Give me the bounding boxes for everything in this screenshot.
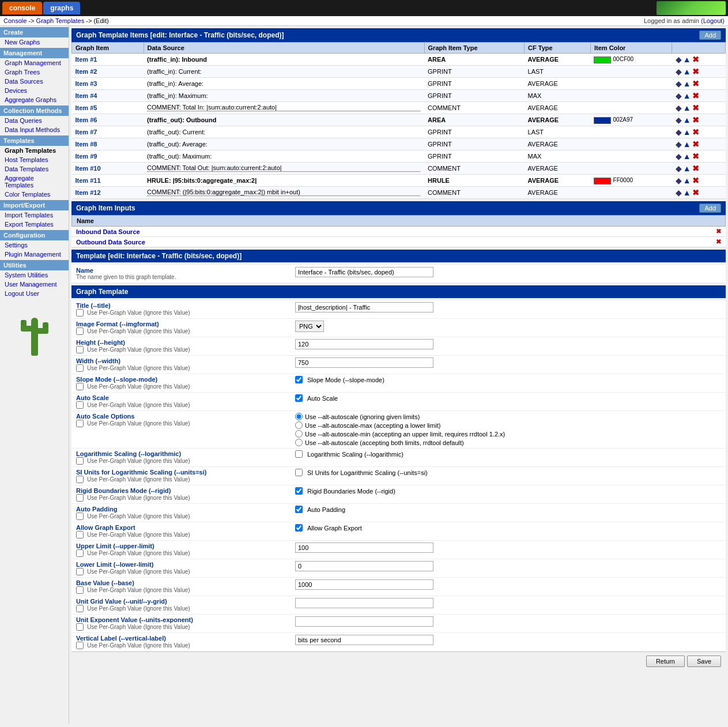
gt-rigid-checkbox[interactable]	[76, 494, 84, 502]
gt-height-checkbox[interactable]	[76, 346, 84, 353]
autoscale-radio3[interactable]	[295, 430, 303, 438]
sidebar-item-logout-user[interactable]: Logout User	[0, 289, 69, 298]
graphs-tab[interactable]: graphs	[43, 2, 80, 14]
sidebar-item-data-queries[interactable]: Data Queries	[0, 116, 69, 125]
copy-icon[interactable]: ◆	[676, 188, 682, 197]
graph-templates-link[interactable]: Graph Templates	[36, 17, 85, 24]
up-icon[interactable]: ▲	[683, 79, 691, 88]
copy-icon[interactable]: ◆	[676, 152, 682, 161]
autoscale-radio1[interactable]	[295, 413, 303, 420]
gt-width-input[interactable]	[295, 357, 433, 368]
table-row-id[interactable]: Item #3	[76, 80, 97, 87]
up-icon[interactable]: ▲	[683, 103, 691, 112]
up-icon[interactable]: ▲	[683, 164, 691, 173]
sidebar-item-graph-management[interactable]: Graph Management	[0, 58, 69, 67]
gt-log-checkbox[interactable]	[76, 457, 84, 465]
copy-icon[interactable]: ◆	[676, 91, 682, 100]
up-icon[interactable]: ▲	[683, 67, 691, 76]
gt-vertlabel-checkbox[interactable]	[76, 642, 84, 649]
gt-upperlimit-checkbox[interactable]	[76, 549, 84, 557]
sidebar-item-color-templates[interactable]: Color Templates	[0, 190, 69, 199]
sidebar-item-aggregate-templates[interactable]: Aggregate Templates	[0, 174, 69, 190]
sidebar-item-data-templates[interactable]: Data Templates	[0, 164, 69, 174]
gt-lowerlimit-input[interactable]	[295, 561, 433, 571]
up-icon[interactable]: ▲	[683, 55, 691, 64]
up-icon[interactable]: ▲	[683, 127, 691, 137]
gt-base-checkbox[interactable]	[76, 586, 84, 594]
sidebar-item-settings[interactable]: Settings	[0, 240, 69, 250]
delete-icon[interactable]: ✖	[692, 176, 699, 185]
save-button[interactable]: Save	[687, 656, 721, 667]
delete-icon[interactable]: ✖	[692, 127, 699, 137]
gt-unitgrid-checkbox[interactable]	[76, 605, 84, 612]
console-tab[interactable]: console	[2, 2, 42, 14]
autoscale-opt3[interactable]: Use --alt-autoscale-min (accepting an up…	[295, 430, 505, 438]
sidebar-item-data-input-methods[interactable]: Data Input Methods	[0, 125, 69, 134]
delete-icon[interactable]: ✖	[692, 140, 699, 149]
input-delete-icon[interactable]: ✖	[716, 228, 721, 235]
table-row-id[interactable]: Item #6	[76, 116, 97, 123]
gt-upperlimit-input[interactable]	[295, 543, 433, 553]
table-row-id[interactable]: Item #9	[76, 153, 97, 160]
graph-item-inputs-add-btn[interactable]: Add	[699, 204, 721, 213]
gt-autopad-checkbox[interactable]	[76, 513, 84, 520]
autoscale-opt1[interactable]: Use --alt-autoscale (ignoring given limi…	[295, 413, 505, 420]
sidebar-item-export-templates[interactable]: Export Templates	[0, 220, 69, 229]
gt-rigid-value-checkbox[interactable]	[295, 487, 303, 495]
gt-width-checkbox[interactable]	[76, 364, 84, 372]
gt-log-value-checkbox[interactable]	[295, 450, 303, 458]
sidebar-item-devices[interactable]: Devices	[0, 86, 69, 95]
sidebar-item-plugin-management[interactable]: Plugin Management	[0, 250, 69, 259]
gt-export-checkbox[interactable]	[76, 531, 84, 538]
gt-autoscale-value-checkbox[interactable]	[295, 394, 303, 402]
table-row-id[interactable]: Item #12	[76, 189, 101, 196]
delete-icon[interactable]: ✖	[692, 188, 699, 197]
up-icon[interactable]: ▲	[683, 176, 691, 185]
copy-icon[interactable]: ◆	[676, 67, 682, 76]
gt-unitexp-input[interactable]	[295, 616, 433, 627]
input-delete-icon[interactable]: ✖	[716, 238, 721, 245]
sidebar-item-new-graphs[interactable]: New Graphs	[0, 37, 69, 47]
gt-autoscale-options-checkbox[interactable]	[76, 420, 84, 427]
gt-imgformat-checkbox[interactable]	[76, 327, 84, 335]
copy-icon[interactable]: ◆	[676, 79, 682, 88]
delete-icon[interactable]: ✖	[692, 79, 699, 88]
up-icon[interactable]: ▲	[683, 115, 691, 125]
table-row-id[interactable]: Item #2	[76, 68, 97, 75]
input-row-link[interactable]: Outbound Data Source	[76, 239, 145, 246]
gt-export-value-checkbox[interactable]	[295, 524, 303, 532]
delete-icon[interactable]: ✖	[692, 103, 699, 112]
table-row-id[interactable]: Item #7	[76, 129, 97, 135]
gt-title-input[interactable]	[295, 302, 433, 312]
gt-slope-checkbox[interactable]	[76, 383, 84, 390]
gt-lowerlimit-checkbox[interactable]	[76, 568, 84, 575]
copy-icon[interactable]: ◆	[676, 103, 682, 112]
delete-icon[interactable]: ✖	[692, 115, 699, 125]
gt-autopad-value-checkbox[interactable]	[295, 506, 303, 513]
sidebar-item-import-templates[interactable]: Import Templates	[0, 210, 69, 220]
gt-vertlabel-input[interactable]	[295, 635, 433, 645]
gt-height-input[interactable]	[295, 339, 433, 349]
copy-icon[interactable]: ◆	[676, 55, 682, 64]
sidebar-item-host-templates[interactable]: Host Templates	[0, 155, 69, 164]
console-link[interactable]: Console	[3, 17, 27, 24]
delete-icon[interactable]: ✖	[692, 164, 699, 173]
return-button[interactable]: Return	[646, 656, 685, 667]
delete-icon[interactable]: ✖	[692, 67, 699, 76]
gt-slope-value-checkbox[interactable]	[295, 376, 303, 383]
autoscale-radio2[interactable]	[295, 421, 303, 429]
up-icon[interactable]: ▲	[683, 152, 691, 161]
gt-base-input[interactable]	[295, 579, 433, 590]
copy-icon[interactable]: ◆	[676, 115, 682, 125]
sidebar-item-system-utilities[interactable]: System Utilities	[0, 270, 69, 280]
sidebar-item-data-sources[interactable]: Data Sources	[0, 77, 69, 86]
up-icon[interactable]: ▲	[683, 188, 691, 197]
table-row-id[interactable]: Item #11	[76, 177, 101, 184]
copy-icon[interactable]: ◆	[676, 140, 682, 149]
sidebar-item-user-management[interactable]: User Management	[0, 280, 69, 289]
delete-icon[interactable]: ✖	[692, 152, 699, 161]
delete-icon[interactable]: ✖	[692, 55, 699, 64]
graph-template-items-add-btn[interactable]: Add	[699, 31, 721, 40]
copy-icon[interactable]: ◆	[676, 176, 682, 185]
gt-si-checkbox[interactable]	[76, 476, 84, 483]
